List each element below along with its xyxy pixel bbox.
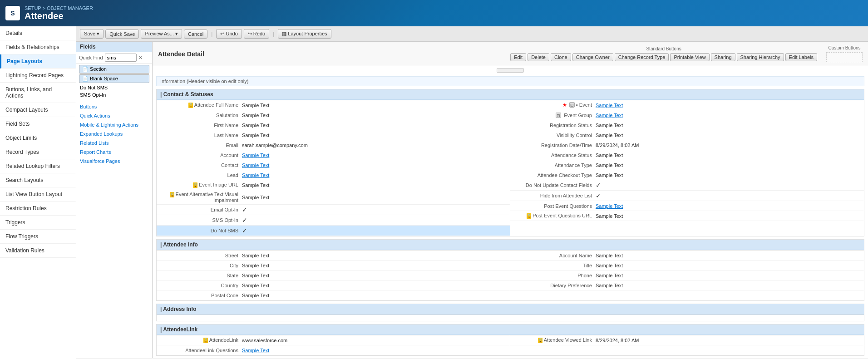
street-row: Street Sample Text (157, 251, 510, 261)
country-row: Country Sample Text (157, 280, 510, 290)
sharing-button[interactable]: Sharing (711, 53, 735, 61)
attendeelink-row: 🔒AttendeeLink www.salesforce.com (157, 335, 510, 345)
custom-buttons-row (826, 52, 863, 62)
app-logo: S (5, 6, 20, 20)
custom-buttons-label: Custom Buttons (828, 45, 860, 50)
content-area: Save Quick Save Preview As... Cancel | ↩… (76, 26, 868, 359)
lead-row: Lead Sample Text (157, 170, 510, 180)
sidebar-item-field-sets[interactable]: Field Sets (0, 117, 76, 131)
email-opt-in-row: Email Opt-In ✓ (157, 205, 510, 215)
report-charts-category[interactable]: Report Charts (76, 148, 152, 157)
attendeelink-grid: 🔒AttendeeLink www.salesforce.com Attende… (157, 335, 864, 355)
attendee-info-grid: Street Sample Text City Sample Text Stat… (157, 250, 864, 300)
first-name-row: First Name Sample Text (157, 120, 510, 130)
sidebar-item-validation-rules[interactable]: Validation Rules (0, 244, 76, 258)
clone-button[interactable]: Clone (551, 53, 571, 61)
account-row: Account Sample Text (157, 150, 510, 160)
sidebar-item-details[interactable]: Details (0, 26, 76, 40)
sms-opt-in-field[interactable]: SMS Opt-In (76, 91, 152, 98)
sidebar-item-related-lookup-filters[interactable]: Related Lookup Filters (0, 159, 76, 173)
drag-handle-bar (497, 68, 524, 73)
section-drag-item[interactable]: 📄 Section (79, 65, 149, 74)
header-info: SETUP > OBJECT MANAGER Attendee (25, 5, 93, 21)
title-row: Title Sample Text (510, 261, 864, 270)
sidebar-item-restriction-rules[interactable]: Restriction Rules (0, 202, 76, 216)
contact-statuses-left: 🔒Attendee Full Name Sample Text Salutati… (157, 100, 510, 236)
attendee-checkout-type-row: Attendee Checkout Type Sample Text (510, 170, 864, 180)
related-lists-category[interactable]: Related Lists (76, 138, 152, 148)
fields-panel-header: Fields (76, 42, 152, 52)
sidebar-item-buttons-links-actions[interactable]: Buttons, Links, and Actions (0, 83, 76, 103)
attendee-info-left: Street Sample Text City Sample Text Stat… (157, 251, 510, 300)
lock-icon-2: 🔒 (193, 182, 197, 188)
dietary-preference-row: Dietary Preference Sample Text (510, 280, 864, 290)
layout-properties-button[interactable]: ▦ Layout Properties (278, 29, 331, 39)
sidebar-item-flow-triggers[interactable]: Flow Triggers (0, 230, 76, 244)
address-info-header: | Address Info (157, 304, 864, 315)
registration-status-row: Registration Status Sample Text (510, 120, 864, 130)
attendee-info-section: | Attendee Info Street Sample Text City … (156, 239, 864, 301)
sidebar-item-record-types[interactable]: Record Types (0, 145, 76, 159)
event-row: ★ ⊡▪ Event Sample Text (510, 100, 864, 110)
page-title: Attendee (25, 11, 93, 21)
lock-icon-5: 🔒 (203, 338, 208, 343)
sidebar-item-triggers[interactable]: Triggers (0, 216, 76, 230)
sidebar-item-list-view-button-layout[interactable]: List View Button Layout (0, 187, 76, 202)
sharing-hierarchy-button[interactable]: Sharing Hierarchy (737, 53, 784, 61)
attendeelink-right: 🔒Attendee Viewed Link 8/29/2024, 8:02 AM (510, 335, 864, 355)
delete-button[interactable]: Delete (528, 53, 549, 61)
sidebar-item-object-limits[interactable]: Object Limits (0, 131, 76, 145)
sidebar-item-search-layouts[interactable]: Search Layouts (0, 173, 76, 187)
edit-button[interactable]: Edit (510, 53, 526, 61)
divider1: | (211, 31, 212, 37)
editor-area: Fields Quick Find ✕ 📄 Section 📄 Blank Sp… (76, 42, 868, 358)
quick-find-input[interactable] (105, 54, 137, 62)
blank-drag-item[interactable]: 📄 Blank Space (79, 74, 149, 83)
change-record-type-button[interactable]: Change Record Type (615, 53, 669, 61)
contact-statuses-grid: 🔒Attendee Full Name Sample Text Salutati… (157, 100, 864, 236)
sidebar-item-compact-layouts[interactable]: Compact Layouts (0, 103, 76, 117)
custom-buttons-group: Custom Buttons (826, 45, 863, 62)
event-group-row: ⊡ Event Group Sample Text (510, 110, 864, 120)
contact-statuses-section: | Contact & Statuses 🔒Attendee Full Name… (156, 89, 864, 236)
visibility-control-row: Visibility Control Sample Text (510, 130, 864, 140)
attendee-info-right: Account Name Sample Text Title Sample Te… (510, 251, 864, 300)
standard-buttons-row: Edit Delete Clone Change Owner Change Re… (510, 53, 817, 61)
quick-find-clear[interactable]: ✕ (138, 55, 143, 61)
lookup-icon: ⊡ (569, 102, 575, 108)
cancel-button[interactable]: Cancel (184, 30, 207, 39)
attendeelink-section: | AttendeeLink 🔒AttendeeLink www.salesfo… (156, 324, 864, 356)
do-not-sms-field[interactable]: Do Not SMS (76, 84, 152, 91)
divider2: | (273, 31, 274, 37)
info-section: Information (Header visible on edit only… (156, 76, 864, 86)
layout-canvas: Attendee Detail Standard Buttons Edit De… (153, 42, 868, 358)
detail-header: Attendee Detail Standard Buttons Edit De… (153, 42, 868, 66)
do-not-update-contact-fields-row: Do Not Update Contact Fields ✓ (510, 180, 864, 191)
sidebar-item-fields-relationships[interactable]: Fields & Relationships (0, 40, 76, 54)
redo-button[interactable]: ↪ Redo (244, 29, 269, 39)
visualforce-pages-category[interactable]: Visualforce Pages (76, 157, 152, 166)
expanded-lookups-category[interactable]: Expanded Lookups (76, 129, 152, 138)
buttons-category[interactable]: Buttons (76, 102, 152, 111)
attendee-info-header: | Attendee Info (157, 240, 864, 250)
quick-actions-category[interactable]: Quick Actions (76, 111, 152, 120)
lookup-icon-2: ⊡ (556, 113, 561, 118)
attendee-full-name-row: 🔒Attendee Full Name Sample Text (157, 100, 510, 110)
detail-title: Attendee Detail (158, 50, 204, 58)
change-owner-button[interactable]: Change Owner (572, 53, 613, 61)
preview-as-button[interactable]: Preview As... (141, 29, 182, 39)
mobile-lightning-category[interactable]: Mobile & Lightning Actions (76, 120, 152, 129)
attendeelink-questions-row: AttendeeLink Questions Sample Text (157, 345, 510, 355)
save-button[interactable]: Save (80, 29, 104, 39)
main-layout: Details Fields & Relationships Page Layo… (0, 26, 868, 359)
toolbar: Save Quick Save Preview As... Cancel | ↩… (76, 26, 868, 42)
sidebar-item-page-layouts[interactable]: Page Layouts (0, 54, 76, 69)
printable-view-button[interactable]: Printable View (670, 53, 709, 61)
edit-labels-button[interactable]: Edit Labels (785, 53, 817, 61)
sidebar-item-lightning-record-pages[interactable]: Lightning Record Pages (0, 69, 76, 83)
quick-save-button[interactable]: Quick Save (105, 30, 139, 39)
contact-row: Contact Sample Text (157, 160, 510, 170)
contact-statuses-header: | Contact & Statuses (157, 89, 864, 100)
address-info-section: | Address Info (156, 304, 864, 321)
undo-button[interactable]: ↩ Undo (216, 29, 242, 39)
